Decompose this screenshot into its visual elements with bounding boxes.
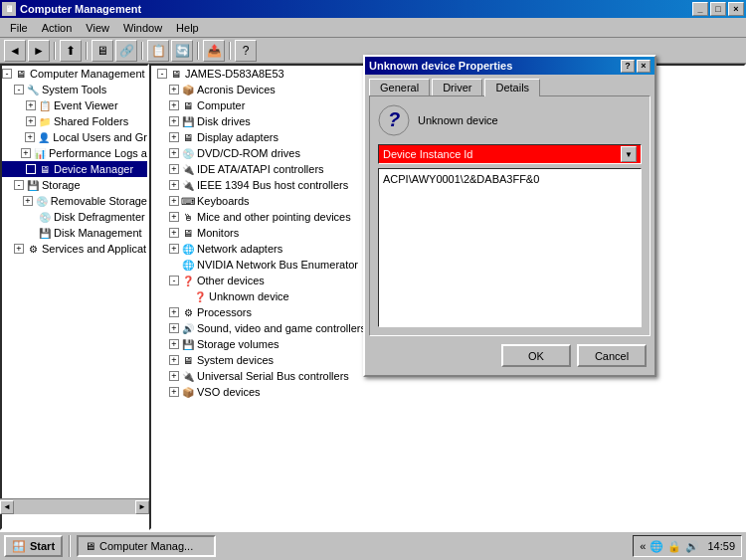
expand-icon[interactable]: + bbox=[169, 371, 179, 381]
refresh-button[interactable]: 🔄 bbox=[171, 40, 193, 62]
tree-label: Services and Applicat bbox=[42, 243, 146, 255]
device-label: Universal Serial Bus controllers bbox=[197, 370, 349, 382]
expand-icon[interactable]: + bbox=[169, 228, 179, 238]
expand-icon[interactable]: - bbox=[14, 180, 24, 190]
back-button[interactable]: ◄ bbox=[4, 40, 26, 62]
expand-icon[interactable]: + bbox=[169, 180, 179, 190]
tree-item-services[interactable]: + ⚙ Services and Applicat bbox=[2, 241, 147, 257]
expand-icon[interactable]: + bbox=[169, 339, 179, 349]
tree-label: Event Viewer bbox=[54, 99, 118, 111]
dialog-title-bar: Unknown device Properties ? × bbox=[365, 57, 654, 75]
tree-item-storage[interactable]: - 💾 Storage bbox=[2, 177, 147, 193]
ok-button[interactable]: OK bbox=[501, 344, 571, 367]
expand-icon[interactable]: + bbox=[25, 132, 35, 142]
tree-item-shared-folders[interactable]: + 📁 Shared Folders bbox=[2, 113, 147, 129]
expand-icon[interactable]: + bbox=[169, 307, 179, 317]
export-button[interactable]: 📤 bbox=[203, 40, 225, 62]
tree-label: Disk Management bbox=[54, 227, 142, 239]
expand-icon[interactable]: + bbox=[23, 196, 33, 206]
menu-window[interactable]: Window bbox=[117, 20, 168, 36]
up-button[interactable]: ⬆ bbox=[60, 40, 82, 62]
expand-icon[interactable]: + bbox=[169, 355, 179, 365]
toolbar-separator-4 bbox=[197, 42, 199, 60]
toolbar-separator-1 bbox=[54, 42, 56, 60]
expand-icon[interactable] bbox=[26, 164, 36, 174]
device-icon: 🖱 bbox=[181, 210, 195, 224]
help-button[interactable]: ? bbox=[235, 40, 257, 62]
dialog-close-button[interactable]: × bbox=[637, 60, 651, 73]
expand-icon[interactable]: + bbox=[169, 323, 179, 333]
expand-icon[interactable]: + bbox=[169, 148, 179, 158]
tree-label: Local Users and Gr bbox=[53, 131, 147, 143]
expand-icon[interactable]: + bbox=[169, 85, 179, 94]
tree-item-device-manager[interactable]: 🖥 Device Manager bbox=[2, 161, 147, 177]
start-button[interactable]: 🪟 Start bbox=[4, 535, 63, 557]
expand-icon[interactable]: + bbox=[169, 196, 179, 206]
expand-icon[interactable]: + bbox=[169, 244, 179, 254]
left-tree-pane: - 🖥 Computer Management (L - 🔧 System To… bbox=[0, 64, 149, 530]
scroll-left-btn[interactable]: ◄ bbox=[0, 500, 14, 514]
device-label: Monitors bbox=[197, 227, 239, 239]
tree-label: Computer Management (L bbox=[30, 68, 149, 80]
device-label: Acronis Devices bbox=[197, 84, 276, 95]
tree-item-defrag[interactable]: 💿 Disk Defragmenter bbox=[2, 209, 147, 225]
properties-button[interactable]: 📋 bbox=[147, 40, 169, 62]
device-icon: 🌐 bbox=[181, 242, 195, 256]
dropdown-arrow-icon[interactable]: ▼ bbox=[621, 146, 637, 162]
tab-details[interactable]: Details bbox=[484, 79, 540, 96]
dialog-help-button[interactable]: ? bbox=[621, 60, 635, 73]
forward-button[interactable]: ► bbox=[28, 40, 50, 62]
show-hide-button[interactable]: 🖥 bbox=[92, 40, 113, 62]
tree-item-system-tools[interactable]: - 🔧 System Tools bbox=[2, 82, 147, 97]
tree-item-performance[interactable]: + 📊 Performance Logs a bbox=[2, 145, 147, 161]
viewer-icon: 📋 bbox=[38, 98, 52, 112]
expand-icon[interactable]: + bbox=[169, 132, 179, 142]
taskbar-app-button[interactable]: 🖥 Computer Manag... bbox=[77, 535, 216, 557]
left-scrollbar[interactable]: ◄ ► bbox=[0, 498, 149, 514]
tree-label: Removable Storage bbox=[51, 195, 147, 207]
expand-icon[interactable]: + bbox=[169, 164, 179, 174]
tree-label: Device Manager bbox=[54, 163, 133, 175]
expand-icon[interactable]: + bbox=[26, 116, 36, 126]
tree-item-computer-management[interactable]: - 🖥 Computer Management (L bbox=[2, 66, 147, 82]
expand-icon[interactable]: + bbox=[169, 387, 179, 397]
removable-icon: 💿 bbox=[35, 194, 49, 208]
clock-display: 14:59 bbox=[707, 540, 735, 552]
minimize-button[interactable]: _ bbox=[692, 2, 708, 16]
menu-view[interactable]: View bbox=[80, 20, 115, 36]
menu-file[interactable]: File bbox=[4, 20, 34, 36]
cancel-button[interactable]: Cancel bbox=[577, 344, 647, 367]
expand-icon[interactable]: - bbox=[14, 85, 24, 94]
expand-icon[interactable]: + bbox=[21, 148, 31, 158]
tree-item-removable[interactable]: + 💿 Removable Storage bbox=[2, 193, 147, 209]
tab-general[interactable]: General bbox=[369, 79, 430, 95]
device-label: VSO devices bbox=[197, 386, 261, 398]
toolbar-separator-5 bbox=[229, 42, 231, 60]
tree-item-local-users[interactable]: + 👤 Local Users and Gr bbox=[2, 129, 147, 145]
tree-item-disk-mgmt[interactable]: 💾 Disk Management bbox=[2, 225, 147, 241]
dialog-buttons: OK Cancel bbox=[365, 340, 654, 375]
expand-icon[interactable]: - bbox=[2, 69, 12, 79]
menu-help[interactable]: Help bbox=[170, 20, 205, 36]
device-icon: 📦 bbox=[181, 83, 195, 96]
expand-icon[interactable]: - bbox=[157, 69, 167, 79]
dropdown-field[interactable]: Device Instance Id ▼ bbox=[378, 144, 642, 164]
defrag-icon: 💿 bbox=[38, 210, 52, 224]
tree-label: System Tools bbox=[42, 84, 106, 95]
app-icon: 🖥 bbox=[2, 2, 16, 16]
expand-icon[interactable]: - bbox=[169, 276, 179, 285]
expand-icon[interactable]: + bbox=[169, 212, 179, 222]
tree-item-event-viewer[interactable]: + 📋 Event Viewer bbox=[2, 97, 147, 113]
connect-button[interactable]: 🔗 bbox=[115, 40, 137, 62]
expand-icon[interactable]: + bbox=[26, 100, 36, 110]
start-label: Start bbox=[30, 540, 55, 552]
menu-action[interactable]: Action bbox=[36, 20, 79, 36]
expand-icon[interactable]: + bbox=[169, 100, 179, 110]
tab-driver[interactable]: Driver bbox=[432, 79, 482, 95]
device-vso[interactable]: + 📦 VSO devices bbox=[151, 384, 744, 400]
expand-icon[interactable]: + bbox=[169, 116, 179, 126]
close-button[interactable]: × bbox=[728, 2, 744, 16]
maximize-button[interactable]: □ bbox=[710, 2, 726, 16]
scroll-right-btn[interactable]: ► bbox=[135, 500, 149, 514]
expand-icon[interactable]: + bbox=[14, 244, 24, 254]
